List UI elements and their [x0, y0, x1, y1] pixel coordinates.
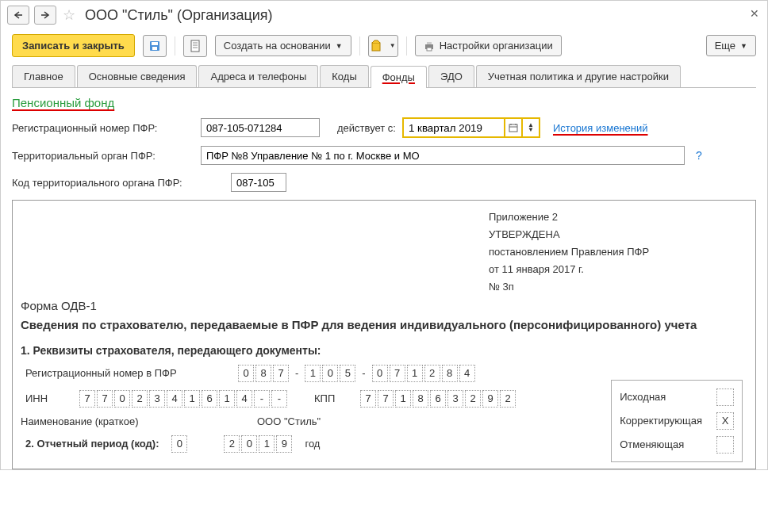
- toolbar-divider: [175, 36, 175, 55]
- date-spinner[interactable]: ▲▼: [523, 117, 540, 138]
- digit-cell: 3: [149, 390, 165, 408]
- save-and-close-label: Записать и закрыть: [22, 40, 125, 52]
- territory-code-input[interactable]: [231, 173, 286, 192]
- reg-number-label: Регистрационный номер ПФР:: [12, 122, 194, 134]
- svg-rect-13: [509, 124, 517, 132]
- favorite-star-icon[interactable]: ☆: [61, 7, 77, 23]
- toolbar-divider: [406, 36, 407, 55]
- chevron-down-icon: ▼: [528, 128, 534, 132]
- digit-cell: 2: [465, 390, 481, 408]
- reg-pfr-label: Регистрационный номер в ПФР: [25, 367, 232, 379]
- territory-input[interactable]: [201, 146, 685, 165]
- type-cancelling-label: Отменяющая: [620, 438, 684, 450]
- svg-rect-9: [372, 43, 380, 51]
- digit-cell: 0: [372, 365, 388, 382]
- save-and-close-button[interactable]: Записать и закрыть: [12, 34, 135, 57]
- dash: -: [362, 367, 365, 379]
- approval-block: Приложение 2 УТВЕРЖДЕНА постановлением П…: [489, 209, 649, 296]
- digit-cell: 6: [430, 390, 446, 408]
- svg-rect-12: [427, 48, 432, 51]
- approval-line: Приложение 2: [489, 209, 649, 226]
- territory-label: Территориальный орган ПФР:: [12, 150, 194, 162]
- save-button[interactable]: [143, 35, 167, 57]
- svg-rect-5: [191, 40, 199, 52]
- digit-cell: 0: [322, 365, 338, 382]
- kpp-label: КПП: [314, 392, 354, 404]
- digit-cell: 3: [447, 390, 463, 408]
- digit-cell: 0: [171, 435, 187, 453]
- type-original-cell: [716, 388, 734, 406]
- digit-cell: 1: [395, 390, 411, 408]
- digit-cell: -: [271, 390, 287, 408]
- digit-cell: 4: [167, 390, 182, 408]
- svg-rect-3: [152, 42, 158, 45]
- digit-cell: -: [254, 390, 270, 408]
- tab-main[interactable]: Главное: [12, 65, 75, 87]
- type-cancelling-cell: [716, 436, 734, 454]
- digit-cell: 2: [424, 365, 440, 382]
- digit-cell: 7: [360, 390, 376, 408]
- digit-cell: 6: [202, 390, 217, 408]
- digit-cell: 5: [340, 365, 355, 382]
- tab-basic[interactable]: Основные сведения: [77, 65, 198, 87]
- reg-number-input[interactable]: [201, 118, 320, 137]
- form-type-box: Исходная Корректирующая X Отменяющая: [611, 380, 743, 462]
- section-2-title: 2. Отчетный период (код):: [25, 438, 159, 450]
- digit-cell: 7: [97, 390, 113, 408]
- kpp-cells: 7 7 1 8 6 3 2 9 2: [360, 390, 516, 408]
- toolbar-divider: [359, 36, 360, 55]
- digit-cell: 0: [241, 435, 257, 453]
- svg-rect-4: [152, 47, 157, 50]
- digit-cell: 1: [407, 365, 423, 382]
- digit-cell: 2: [132, 390, 148, 408]
- org-settings-button[interactable]: Настройки организации: [415, 35, 562, 56]
- digit-cell: 2: [500, 390, 516, 408]
- digit-cell: 1: [259, 435, 275, 453]
- digit-cell: 1: [184, 390, 200, 408]
- territory-code-label: Код территориального органа ПФР:: [12, 177, 225, 189]
- effective-from-label: действует с:: [337, 122, 396, 134]
- history-link[interactable]: История изменений: [553, 122, 648, 134]
- digit-cell: 7: [390, 365, 405, 382]
- printer-icon: [424, 40, 435, 52]
- nav-forward-button[interactable]: [34, 6, 56, 25]
- org-settings-label: Настройки организации: [440, 40, 553, 52]
- calendar-button[interactable]: [505, 117, 523, 138]
- more-button[interactable]: Еще▼: [706, 35, 756, 56]
- document-button[interactable]: [183, 35, 207, 57]
- digit-cell: 0: [114, 390, 130, 408]
- approval-line: от 11 января 2017 г.: [489, 261, 649, 278]
- window-title: ООО "Стиль" (Организация): [85, 7, 273, 24]
- inn-cells: 7 7 0 2 3 4 1 6 1 4 - -: [79, 390, 287, 408]
- dash: -: [295, 367, 298, 379]
- digit-cell: 2: [224, 435, 240, 453]
- digit-cell: 8: [413, 390, 428, 408]
- type-correcting-label: Корректирующая: [620, 415, 702, 427]
- tab-accounting[interactable]: Учетная политика и другие настройки: [476, 65, 681, 87]
- form-description: Сведения по страхователю, передаваемые в…: [21, 317, 747, 333]
- tab-edo[interactable]: ЭДО: [428, 65, 474, 87]
- dropdown-caret-icon: ▼: [390, 42, 396, 49]
- effective-date-input[interactable]: [402, 117, 505, 138]
- digit-cell: 4: [459, 365, 475, 382]
- help-button[interactable]: ?: [696, 149, 702, 162]
- nav-back-button[interactable]: [7, 6, 29, 25]
- pension-fund-section-title: Пенсионный фонд: [12, 96, 756, 109]
- year-label: год: [305, 438, 320, 450]
- digit-cell: 7: [273, 365, 289, 382]
- digit-cell: 0: [238, 365, 254, 382]
- create-based-label: Создать на основании: [224, 40, 331, 52]
- close-button[interactable]: ✕: [750, 7, 759, 20]
- digit-cell: 7: [378, 390, 394, 408]
- tab-addresses[interactable]: Адреса и телефоны: [198, 65, 318, 87]
- short-name-value: ООО "Стиль": [257, 415, 321, 427]
- digit-cell: 7: [79, 390, 95, 408]
- attachment-button[interactable]: ▼: [368, 35, 398, 57]
- calendar-icon: [509, 123, 518, 132]
- tab-codes[interactable]: Коды: [320, 65, 368, 87]
- create-based-button[interactable]: Создать на основании▼: [215, 35, 351, 56]
- type-original-label: Исходная: [620, 391, 666, 403]
- digit-cell: 8: [255, 365, 271, 382]
- type-correcting-cell: X: [716, 412, 734, 430]
- tab-funds[interactable]: Фонды: [371, 66, 427, 88]
